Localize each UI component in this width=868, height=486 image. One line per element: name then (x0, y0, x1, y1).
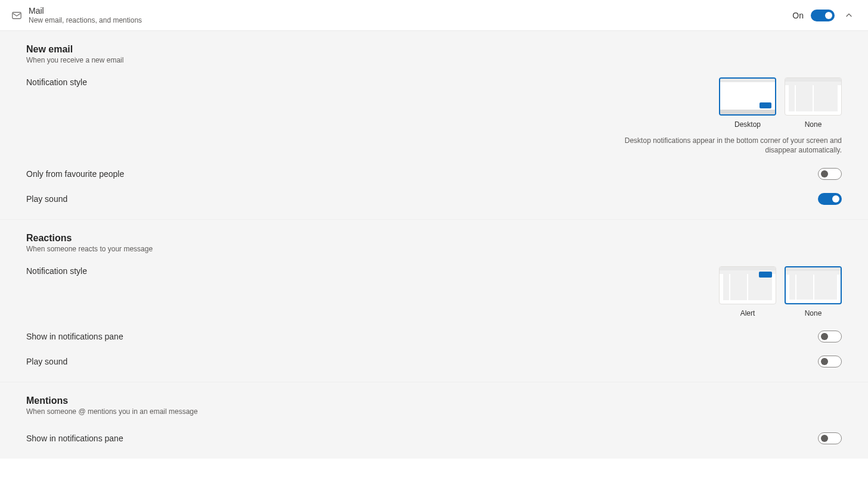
reactions-style-label: Notification style (26, 266, 719, 276)
reactions-title: Reactions (26, 233, 842, 244)
only-favourite-label: Only from favourite people (26, 169, 818, 179)
reactions-show-pane-label: Show in notifications pane (26, 332, 818, 341)
new-email-style-desktop-label: Desktop (719, 120, 776, 129)
header-subtitle: New email, reactions, and mentions (29, 16, 792, 24)
mentions-show-pane-toggle[interactable] (818, 432, 842, 444)
section-mentions: Mentions When someone @ mentions you in … (0, 382, 868, 459)
new-email-play-sound-label: Play sound (26, 194, 818, 204)
new-email-play-sound-toggle[interactable] (818, 193, 842, 205)
mentions-subtitle: When someone @ mentions you in an email … (26, 407, 842, 416)
mail-notifications-panel: New email When you receive a new email N… (0, 31, 868, 459)
svg-rect-0 (13, 12, 21, 18)
reactions-subtitle: When someone reacts to your message (26, 245, 842, 253)
chevron-up-icon (845, 11, 853, 20)
new-email-style-label: Notification style (26, 77, 621, 87)
reactions-play-sound-label: Play sound (26, 357, 818, 366)
section-new-email: New email When you receive a new email N… (0, 31, 868, 220)
reactions-show-pane-toggle[interactable] (818, 331, 842, 342)
header-title: Mail (29, 6, 792, 15)
reactions-play-sound-toggle[interactable] (818, 356, 842, 367)
collapse-button[interactable] (841, 7, 857, 24)
reactions-style-none[interactable] (785, 266, 842, 304)
new-email-subtitle: When you receive a new email (26, 56, 842, 64)
reactions-style-none-label: None (785, 309, 842, 317)
mail-notifications-header[interactable]: Mail New email, reactions, and mentions … (0, 0, 868, 31)
reactions-style-alert-label: Alert (719, 309, 776, 317)
mail-master-toggle[interactable] (811, 10, 835, 21)
reactions-style-alert[interactable] (719, 266, 776, 304)
section-reactions: Reactions When someone reacts to your me… (0, 220, 868, 382)
only-favourite-toggle[interactable] (818, 168, 842, 180)
new-email-style-description: Desktop notifications appear in the bott… (621, 136, 842, 155)
mail-icon (11, 10, 23, 21)
new-email-style-none[interactable] (785, 77, 842, 116)
mentions-title: Mentions (26, 395, 842, 406)
mentions-show-pane-label: Show in notifications pane (26, 434, 818, 443)
new-email-style-desktop[interactable] (719, 77, 776, 116)
new-email-style-none-label: None (785, 120, 842, 129)
header-toggle-label: On (792, 11, 804, 20)
new-email-title: New email (26, 44, 842, 55)
